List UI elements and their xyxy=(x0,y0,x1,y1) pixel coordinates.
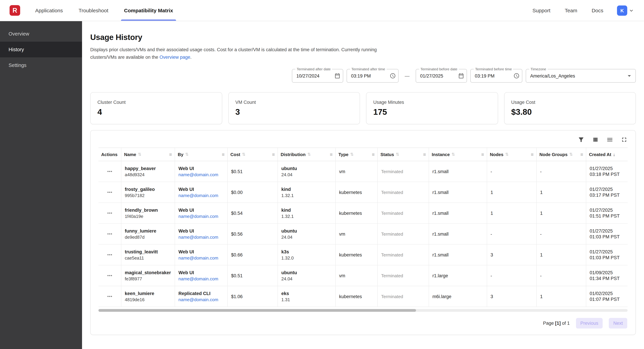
created-at-cell: 01/02/202501:07 PM PST xyxy=(586,286,628,307)
row-actions-button[interactable] xyxy=(106,293,113,300)
calendar-icon[interactable] xyxy=(334,73,340,79)
horizontal-scrollbar-thumb[interactable] xyxy=(98,309,416,312)
column-menu-icon[interactable]: ≡ xyxy=(423,152,426,157)
column-menu-icon[interactable]: ≡ xyxy=(222,152,224,157)
row-actions-button[interactable] xyxy=(106,189,113,196)
column-header-instance[interactable]: Instance⇅≡ xyxy=(429,148,487,161)
usage-table: Actions Name⇅≡ By⇅≡ Cost⇅≡ Distribution⇅… xyxy=(90,148,636,307)
nav-link-docs[interactable]: Docs xyxy=(592,7,603,13)
sidebar-item-overview[interactable]: Overview xyxy=(0,26,82,42)
cost-value: $0.51 xyxy=(231,273,274,278)
email-link[interactable]: name@domain.com xyxy=(178,172,224,177)
overview-page-link[interactable]: Overview page xyxy=(160,54,190,60)
email-link[interactable]: name@domain.com xyxy=(178,297,224,302)
sort-icon: ⇅ xyxy=(569,152,573,157)
email-link[interactable]: name@domain.com xyxy=(178,193,224,198)
row-actions-button[interactable] xyxy=(106,210,113,217)
type-value: kubernetes xyxy=(339,211,374,216)
column-menu-icon[interactable]: ≡ xyxy=(272,152,275,157)
column-header-cost[interactable]: Cost⇅≡ xyxy=(228,148,278,161)
column-header-nodes[interactable]: Nodes⇅≡ xyxy=(487,148,537,161)
table-row: trusting_leavittcae5ea11Web UIname@domai… xyxy=(98,245,628,265)
column-label: By xyxy=(178,152,184,157)
name-cell: funny_lumierede9ed87d xyxy=(121,224,175,244)
column-menu-icon[interactable]: ≡ xyxy=(169,152,172,157)
row-actions-button[interactable] xyxy=(106,272,113,279)
created-at-cell: 01/27/202501:03 PM PST xyxy=(586,245,628,265)
column-menu-icon[interactable]: ≡ xyxy=(531,152,534,157)
stat-value: 4 xyxy=(98,107,215,117)
filter-icon[interactable] xyxy=(576,135,586,145)
stat-card-usage-cost: Usage Cost $3.80 xyxy=(504,92,636,124)
terminated-before-date-input[interactable]: Terminated before date 01/27/2025 xyxy=(416,69,467,83)
nav-item-applications[interactable]: Applications xyxy=(35,0,63,21)
sort-icon: ⇅ xyxy=(505,152,508,157)
column-header-status[interactable]: Status⇅≡ xyxy=(378,148,429,161)
column-header-node-groups[interactable]: Node Groups⇅≡ xyxy=(537,148,586,161)
status-badge: Terminated xyxy=(381,252,425,257)
sidebar-item-history[interactable]: History xyxy=(0,42,82,57)
created-at-cell: 01/27/202501:03 PM PST xyxy=(586,224,628,244)
terminated-before-time-input[interactable]: Terminated before time 03:19 PM xyxy=(470,69,522,83)
density-icon[interactable] xyxy=(605,135,615,145)
status-cell: Terminated xyxy=(378,224,429,244)
nodes-cell: 1 xyxy=(487,203,537,223)
status-cell: Terminated xyxy=(378,286,429,307)
next-page-button[interactable]: Next xyxy=(609,318,627,329)
sidebar-item-settings[interactable]: Settings xyxy=(0,57,82,73)
nav-item-compatibility-matrix[interactable]: Compatibility Matrix xyxy=(124,0,173,21)
app-logo[interactable]: R xyxy=(10,5,20,16)
distribution-version: 1.32.1 xyxy=(281,193,332,198)
table-row: keen_lumiere4819de16Replicated CLIname@d… xyxy=(98,286,628,307)
top-nav: R Applications Troubleshoot Compatibilit… xyxy=(0,0,644,21)
column-menu-icon[interactable]: ≡ xyxy=(372,152,375,157)
nav-link-support[interactable]: Support xyxy=(532,7,550,13)
column-menu-icon[interactable]: ≡ xyxy=(481,152,484,157)
account-menu-button[interactable]: K xyxy=(617,5,634,15)
fullscreen-icon[interactable] xyxy=(619,135,629,145)
distribution-name: ubuntu xyxy=(281,228,332,233)
column-menu-icon[interactable]: ≡ xyxy=(580,152,583,157)
type-cell: vm xyxy=(336,224,378,244)
terminated-after-time-input[interactable]: Terminated after time 03:19 PM xyxy=(346,69,398,83)
page-description-period: . xyxy=(190,54,192,60)
column-header-type[interactable]: Type⇅≡ xyxy=(336,148,378,161)
clock-icon[interactable] xyxy=(390,73,396,79)
clock-icon[interactable] xyxy=(514,73,520,79)
horizontal-scrollbar-track xyxy=(98,309,628,312)
terminated-after-date-input[interactable]: Terminated after date 10/27/2024 xyxy=(292,69,343,83)
row-actions-button[interactable] xyxy=(106,168,113,175)
type-cell: vm xyxy=(336,161,378,182)
nav-item-troubleshoot[interactable]: Troubleshoot xyxy=(78,0,108,21)
node-groups-cell: 1 xyxy=(537,286,586,307)
column-menu-icon[interactable]: ≡ xyxy=(330,152,332,157)
page-description-line2: clusters/VMs are available on the xyxy=(90,54,160,60)
email-link[interactable]: name@domain.com xyxy=(178,214,224,219)
calendar-icon[interactable] xyxy=(458,73,464,79)
email-link[interactable]: name@domain.com xyxy=(178,255,224,260)
row-actions-button[interactable] xyxy=(106,251,113,258)
stat-value: 175 xyxy=(373,107,491,117)
column-header-name[interactable]: Name⇅≡ xyxy=(121,148,175,161)
nav-link-team[interactable]: Team xyxy=(565,7,577,13)
instance-value: r1.small xyxy=(432,231,483,237)
row-actions-button[interactable] xyxy=(106,231,113,237)
distribution-cell: eks1.31 xyxy=(278,286,336,307)
column-header-created-at[interactable]: Created At↓ xyxy=(586,148,628,161)
column-label: Name xyxy=(124,152,136,157)
previous-page-button[interactable]: Previous xyxy=(576,318,603,329)
column-header-distribution[interactable]: Distribution⇅≡ xyxy=(278,148,336,161)
distribution-cell: ubuntu24.04 xyxy=(278,161,336,182)
stat-card-usage-minutes: Usage Minutes 175 xyxy=(366,92,498,124)
name-cell: trusting_leavittcae5ea11 xyxy=(121,245,175,265)
status-cell: Terminated xyxy=(378,265,429,286)
status-badge: Terminated xyxy=(381,190,425,195)
column-header-by[interactable]: By⇅≡ xyxy=(175,148,228,161)
columns-icon[interactable] xyxy=(590,135,600,145)
email-link[interactable]: name@domain.com xyxy=(178,234,224,240)
timezone-select[interactable]: Timezone America/Los_Angeles xyxy=(526,69,636,83)
email-link[interactable]: name@domain.com xyxy=(178,276,224,281)
node-groups-value: - xyxy=(540,169,582,174)
created-date: 01/09/2025 xyxy=(590,270,624,275)
column-label: Created At xyxy=(589,152,611,157)
